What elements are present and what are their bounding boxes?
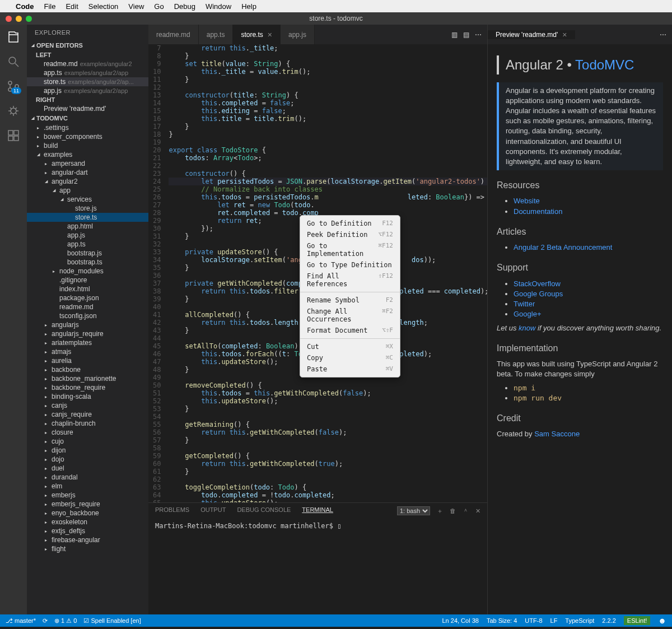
terminal[interactable]: Martins-Retina-MacBook:todomvc martinhel… <box>148 519 487 533</box>
close-icon[interactable]: × <box>562 30 567 39</box>
encoding[interactable]: UTF-8 <box>525 617 542 624</box>
folder-item[interactable]: examples <box>27 150 148 159</box>
kill-terminal-icon[interactable]: 🗑 <box>450 507 456 514</box>
folder-item[interactable]: elm <box>27 482 148 491</box>
folder-item[interactable]: flight <box>27 544 148 553</box>
split-editor-icon[interactable]: ▥ <box>451 31 458 39</box>
folder-item[interactable]: node_modules <box>27 267 148 276</box>
context-menu-item[interactable]: Go to Type Definition <box>300 259 400 271</box>
more-actions-icon[interactable]: ⋯ <box>475 31 482 39</box>
folder-item[interactable]: canjs_require <box>27 410 148 419</box>
folder-item[interactable]: backbone_marionette <box>27 374 148 383</box>
menu-go[interactable]: Go <box>154 2 164 11</box>
menu-selection[interactable]: Selection <box>88 2 118 11</box>
file-item[interactable]: tsconfig.json <box>27 311 148 320</box>
folder-item[interactable]: dijon <box>27 446 148 455</box>
folder-item[interactable]: atmajs <box>27 347 148 356</box>
eol[interactable]: LF <box>550 617 558 624</box>
file-item[interactable]: app.js <box>27 231 148 240</box>
editor-tab[interactable]: app.ts <box>199 25 234 44</box>
context-menu-item[interactable]: Cut⌘X <box>300 341 400 352</box>
context-menu-item[interactable]: Change All Occurrences⌘F2 <box>300 306 400 325</box>
link[interactable]: Twitter <box>514 300 535 308</box>
folder-item[interactable]: ampersand <box>27 159 148 168</box>
open-editor-item[interactable]: readme.md examples/angular2 <box>27 59 148 68</box>
folder-item[interactable]: angular2 <box>27 177 148 186</box>
folder-item[interactable]: emberjs_require <box>27 500 148 509</box>
folder-item[interactable]: durandal <box>27 473 148 482</box>
close-icon[interactable]: × <box>268 30 272 39</box>
context-menu-item[interactable]: Go to Implementation⌘F12 <box>300 240 400 259</box>
minimize-window-button[interactable] <box>16 16 22 22</box>
folder-item[interactable]: chaplin-brunch <box>27 419 148 428</box>
project-header[interactable]: TODOMVC <box>27 113 148 123</box>
author-link[interactable]: Sam Saccone <box>534 430 580 438</box>
link[interactable]: Documentation <box>514 207 562 216</box>
file-item[interactable]: index.html <box>27 285 148 293</box>
context-menu-item[interactable]: Find All References⇧F12 <box>300 271 400 290</box>
new-terminal-icon[interactable]: ＋ <box>437 507 443 515</box>
folder-item[interactable]: exoskeleton <box>27 518 148 527</box>
folder-item[interactable]: backbone <box>27 365 148 374</box>
link[interactable]: StackOverflow <box>514 279 561 288</box>
context-menu-item[interactable]: Go to DefinitionF12 <box>300 218 400 229</box>
menu-edit[interactable]: Edit <box>66 2 78 11</box>
file-item[interactable]: readme.md <box>27 302 148 311</box>
link[interactable]: Website <box>514 197 540 205</box>
file-item[interactable]: store.ts <box>27 213 148 222</box>
folder-item[interactable]: duel <box>27 464 148 473</box>
close-panel-icon[interactable]: ✕ <box>475 507 480 515</box>
menu-help[interactable]: Help <box>241 2 256 11</box>
spell-check[interactable]: ☑ Spell Enabled [en] <box>83 617 141 625</box>
language-mode[interactable]: TypeScript <box>565 617 594 624</box>
open-editor-item[interactable]: app.ts examples/angular2/app <box>27 68 148 77</box>
context-menu-item[interactable]: Peek Definition⌥F12 <box>300 229 400 240</box>
folder-item[interactable]: aurelia <box>27 356 148 365</box>
git-sync[interactable]: ⟳ <box>43 617 48 625</box>
file-item[interactable]: store.js <box>27 204 148 213</box>
menu-window[interactable]: Window <box>206 2 231 11</box>
panel-tab[interactable]: DEBUG CONSOLE <box>237 506 291 515</box>
editor-tab[interactable]: store.ts× <box>233 25 281 44</box>
file-item[interactable]: bootstrap.js <box>27 249 148 258</box>
folder-item[interactable]: extjs_deftjs <box>27 527 148 535</box>
know-link[interactable]: know <box>519 324 535 332</box>
feedback-icon[interactable]: ☻ <box>658 616 666 625</box>
code-editor[interactable]: 7891011121314151617181920212223242526272… <box>148 44 487 502</box>
editor-tab[interactable]: readme.md <box>148 25 199 44</box>
folder-item[interactable]: app <box>27 186 148 195</box>
app-name[interactable]: Code <box>16 2 34 11</box>
search-icon[interactable] <box>7 55 20 68</box>
terminal-selector[interactable]: 1: bash <box>397 506 430 515</box>
preview-body[interactable]: Angular 2 • TodoMVC Angular is a develop… <box>488 44 672 450</box>
editor-tab[interactable]: app.js <box>281 25 315 44</box>
open-editor-item[interactable]: app.js examples/angular2/app <box>27 86 148 95</box>
folder-item[interactable]: enyo_backbone <box>27 509 148 518</box>
eslint-status[interactable]: ESLint! <box>624 616 650 625</box>
close-window-button[interactable] <box>6 16 12 22</box>
zoom-window-button[interactable] <box>26 16 32 22</box>
folder-item[interactable]: closure <box>27 428 148 437</box>
folder-item[interactable]: canjs <box>27 401 148 410</box>
file-item[interactable]: app.html <box>27 222 148 231</box>
preview-tab[interactable]: Preview 'readme.md'× <box>488 30 575 39</box>
git-branch[interactable]: ⎇ master* <box>6 617 36 625</box>
link[interactable]: Google+ <box>514 310 542 318</box>
explorer-icon[interactable] <box>7 30 20 44</box>
file-item[interactable]: .gitignore <box>27 276 148 285</box>
menu-file[interactable]: File <box>44 2 56 11</box>
folder-item[interactable]: cujo <box>27 437 148 446</box>
link[interactable]: Google Groups <box>514 290 563 298</box>
debug-icon[interactable] <box>7 104 20 118</box>
todomvc-link[interactable]: TodoMVC <box>575 57 634 72</box>
folder-item[interactable]: build <box>27 141 148 150</box>
folder-item[interactable]: angular-dart <box>27 168 148 177</box>
open-editor-item[interactable]: store.ts examples/angular2/ap... <box>27 77 148 86</box>
cursor-position[interactable]: Ln 24, Col 38 <box>442 617 478 624</box>
panel-tab[interactable]: TERMINAL <box>302 506 333 515</box>
folder-item[interactable]: angularjs <box>27 320 148 329</box>
context-menu-item[interactable]: Paste⌘V <box>300 364 400 375</box>
folder-item[interactable]: angularjs_require <box>27 329 148 338</box>
editor-layout-icon[interactable]: ▤ <box>463 31 469 39</box>
context-menu-item[interactable]: Copy⌘C <box>300 352 400 364</box>
